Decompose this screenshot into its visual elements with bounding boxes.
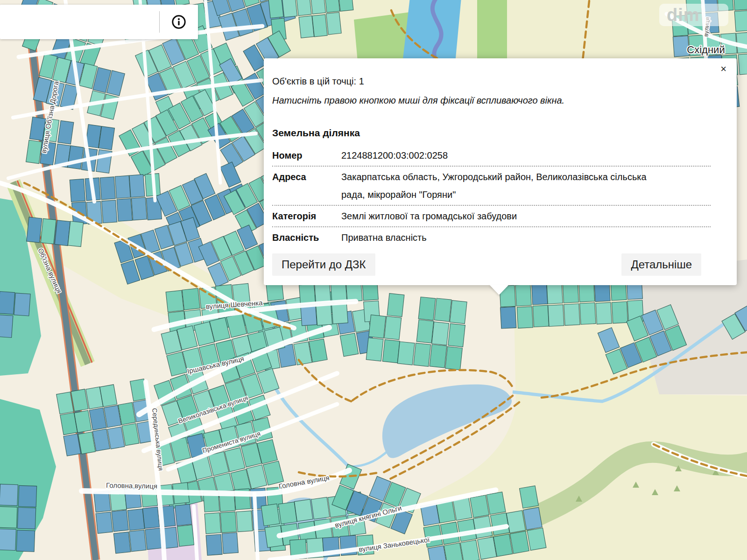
goto-dzk-button[interactable]: Перейти до ДЗК [272,253,375,276]
parcel-ownership: Приватна власність [341,229,711,246]
popup-actions: Перейти до ДЗК Детальніше [272,253,711,276]
parcel-number: 2124881200:03:002:0258 [341,147,711,164]
search-input[interactable] [0,5,159,39]
street-label: Головна вулиця [106,481,157,490]
info-icon [171,14,187,30]
table-row-address: Адреса Закарпатська область, Ужгородськи… [272,166,711,205]
info-button[interactable] [160,5,198,39]
place-label: Східний [687,44,725,56]
parcel-category: Землі житлової та громадської забудови [341,207,711,225]
popup-hint: Натисніть правою кнопкою миші для фіксац… [272,95,711,106]
table-row-category: Категорія Землі житлової та громадської … [272,205,711,226]
brand-watermark: dim [659,4,728,26]
parcel-info-table: Номер 2124881200:03:002:0258 Адреса Зака… [272,145,711,248]
map-search-box [0,5,198,39]
close-icon[interactable]: × [719,62,728,76]
table-row-number: Номер 2124881200:03:002:0258 [272,145,711,166]
brand-watermark-text: dim [667,6,700,24]
map-popup: × Об'єктів в цій точці: 1 Натисніть прав… [264,58,737,285]
popup-section-title: Земельна ділянка [272,127,711,139]
details-button[interactable]: Детальніше [621,253,701,276]
popup-object-count: Об'єктів в цій точці: 1 [272,76,711,87]
table-row-ownership: Власність Приватна власність [272,226,711,248]
popup-pointer [489,285,509,295]
parcel-address: Закарпатська область, Ужгородський район… [341,168,711,203]
